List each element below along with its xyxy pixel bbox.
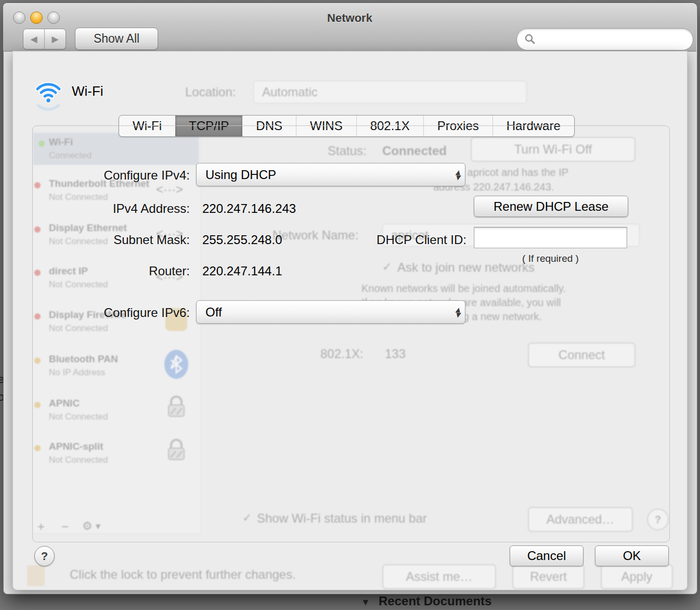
minimize-button[interactable] [30,11,43,24]
disclosure-triangle-icon: ▼ [361,597,370,608]
stepper-down-icon: ▼ [456,175,460,180]
show-all-button[interactable]: Show All [75,28,158,50]
screen: e o ▼ Recent Documents Network ◀ ▶ Show … [0,0,700,610]
service-title: Wi-Fi [72,83,103,99]
back-arrow-icon: ◀ [30,34,37,45]
close-button[interactable] [13,11,25,24]
back-button[interactable]: ◀ [23,29,44,49]
stepper-icon: ▲ ▼ [456,170,460,180]
configure-ipv4-label: Configure IPv4: [62,168,190,183]
cancel-button[interactable]: Cancel [510,545,584,566]
subnet-mask-label: Subnet Mask: [62,233,190,247]
nav-back-forward: ◀ ▶ [23,29,66,49]
configure-ipv6-value: Off [205,305,222,320]
configure-ipv6-select[interactable]: Off ▲ ▼ [196,300,465,324]
search-input[interactable] [516,28,693,50]
ipv4-address-value: 220.247.146.243 [202,201,296,216]
router-label: Router: [62,264,190,278]
configure-ipv6-label: Configure IPv6: [62,306,190,320]
window-title: Network [3,11,696,25]
ipv4-address-label: IPv4 Address: [62,201,190,216]
recent-documents-menu-item: Recent Documents [379,594,491,608]
subnet-mask-value: 255.255.248.0 [202,233,282,247]
router-value: 220.247.144.1 [202,264,282,278]
help-button[interactable]: ? [34,546,55,566]
zoom-button[interactable] [47,11,60,24]
renew-dhcp-lease-button[interactable]: Renew DHCP Lease [474,196,628,217]
dhcp-client-id-input[interactable] [474,227,627,248]
wifi-icon-reflection [33,102,63,118]
dhcp-client-id-note: ( If required ) [474,253,627,264]
configure-ipv4-value: Using DHCP [205,168,276,182]
wifi-icon [33,76,63,105]
stepper-icon: ▲ ▼ [456,307,460,317]
search-icon [524,33,536,45]
ok-button[interactable]: OK [595,545,669,566]
forward-button[interactable]: ▶ [44,29,66,49]
configure-ipv4-select[interactable]: Using DHCP ▲ ▼ [196,163,465,186]
dhcp-client-id-label: DHCP Client ID: [333,233,466,247]
stepper-down-icon: ▼ [456,312,460,317]
tab-content-pane [32,125,670,542]
forward-arrow-icon: ▶ [51,34,58,45]
